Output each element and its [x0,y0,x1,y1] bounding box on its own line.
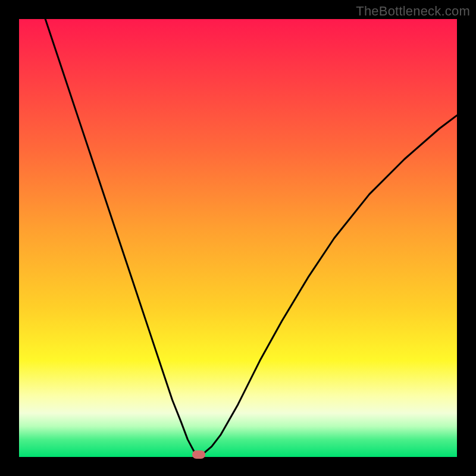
attribution-text: TheBottleneck.com [356,4,470,19]
bottleneck-curve [19,19,457,457]
chart-frame: TheBottleneck.com [0,0,476,476]
plot-area [19,19,457,457]
optimal-point-marker [192,450,205,459]
